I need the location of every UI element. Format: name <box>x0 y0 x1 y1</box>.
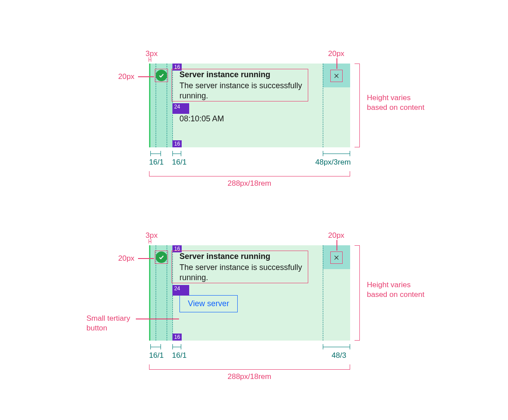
close-column <box>323 245 350 341</box>
spec-guide <box>323 245 323 341</box>
spec-label-stripe: 3px <box>146 49 157 58</box>
spec-label-stripe: 3px <box>146 231 157 240</box>
spec-label-width: 288px/18rem <box>228 179 271 188</box>
spec-guide <box>167 245 167 341</box>
spec-bracket <box>355 64 360 147</box>
spec-connector <box>138 258 154 259</box>
spec-measure <box>172 344 181 349</box>
spec-bracket <box>355 245 360 341</box>
spec-label-button: Small tertiary <box>86 314 130 323</box>
spec-connector <box>336 58 337 69</box>
spec-label-height: Height varies <box>367 94 411 102</box>
close-column <box>323 64 350 147</box>
close-button[interactable] <box>330 251 343 264</box>
spec-connector <box>138 76 154 77</box>
spec-label-width: 288px/18rem <box>228 372 271 381</box>
checkmark-icon <box>156 251 167 263</box>
spacer-chip: 24 <box>172 285 189 296</box>
spec-measure <box>149 57 151 62</box>
toast-title: Server instance running <box>179 70 323 80</box>
toast-title: Server instance running <box>179 251 323 262</box>
spec-label-button: button <box>86 324 107 333</box>
spec-connector <box>336 240 337 251</box>
toast-timestamp: 08:10:05 AM <box>179 114 323 124</box>
spec-label-height: based on content <box>367 103 424 112</box>
toast-body: The server instance is successfully runn… <box>179 262 323 283</box>
icon-column <box>150 245 172 341</box>
spec-guide <box>323 64 323 147</box>
spec-bracket <box>149 171 350 176</box>
spec-bracket <box>149 364 350 370</box>
close-button[interactable] <box>330 70 343 82</box>
checkmark-icon <box>156 70 167 81</box>
spec-label-seg: 48px/3rem <box>315 158 351 167</box>
spec-label-height: based on content <box>367 290 424 299</box>
spacer-chip: 24 <box>172 103 189 114</box>
toast-notification: 16 Server instance running The server in… <box>149 245 350 341</box>
spec-label-height: Height varies <box>367 281 411 289</box>
toast-body: The server instance is successfully runn… <box>179 81 323 101</box>
spec-label-seg: 16/1 <box>172 351 187 360</box>
spec-measure <box>149 239 151 244</box>
spec-label-icon: 20px <box>118 254 134 263</box>
spec-measure <box>323 151 350 156</box>
spec-label-seg: 16/1 <box>149 351 164 360</box>
spacer-chip: 16 <box>172 334 182 341</box>
spec-label-seg: 16/1 <box>172 158 187 167</box>
spec-measure <box>150 344 161 349</box>
spacer-chip: 16 <box>172 245 182 252</box>
spacer-chip: 16 <box>172 140 182 147</box>
action-button[interactable]: View server <box>179 295 238 312</box>
toast-notification: 16 Server instance running The server in… <box>149 64 350 147</box>
spec-label-close: 20px <box>328 49 344 58</box>
spacer-chip: 16 <box>172 64 182 71</box>
spec-label-icon: 20px <box>118 72 134 81</box>
toast-content: 16 Server instance running The server in… <box>172 245 323 341</box>
spec-measure <box>323 344 350 349</box>
spec-label-seg: 48/3 <box>332 351 346 360</box>
spec-measure <box>172 151 181 156</box>
spec-connector <box>136 319 179 319</box>
spec-label-close: 20px <box>328 231 344 240</box>
spec-measure <box>150 151 161 156</box>
spec-label-seg: 16/1 <box>149 158 164 167</box>
toast-content: 16 Server instance running The server in… <box>172 64 323 147</box>
